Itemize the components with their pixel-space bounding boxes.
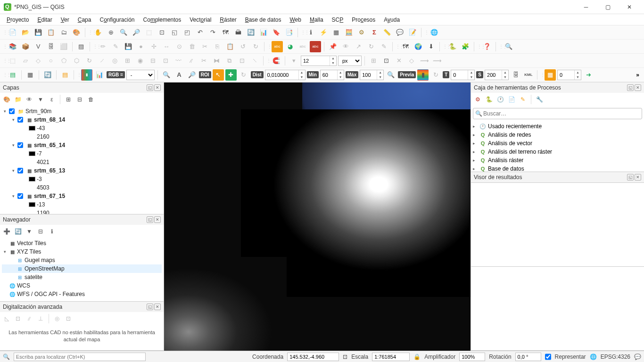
new-map-view-button[interactable]: 🗺	[220, 27, 231, 38]
browser-item[interactable]: 🌐WFS / OGC API - Features	[2, 290, 162, 298]
trace-button[interactable]: ⟿	[419, 55, 430, 66]
s-input[interactable]: ▲▼	[485, 70, 509, 80]
digitize-button[interactable]: ✢	[148, 41, 159, 52]
processing-history-button[interactable]: 🕐	[495, 95, 505, 104]
menu-configuracion[interactable]: Configuración	[96, 15, 138, 25]
zoom-native-button[interactable]: ⬚	[143, 27, 155, 38]
snap-tolerance-input[interactable]: ▲▼	[301, 56, 337, 66]
crs-label[interactable]: EPSG:4326	[601, 354, 630, 360]
min-input[interactable]: ▲▼	[320, 70, 344, 80]
paste-button[interactable]: 📋	[224, 41, 236, 52]
label3-button[interactable]: abc	[310, 41, 321, 52]
save-as-button[interactable]: 📋	[45, 27, 57, 38]
rotate-button[interactable]: ↻	[83, 55, 95, 66]
scp-rgb-button[interactable]: ▮	[81, 69, 92, 81]
new-virtual-button[interactable]: ⬜	[58, 41, 69, 52]
zoom-out-button[interactable]: 🔎	[131, 27, 142, 38]
menu-proyecto[interactable]: Proyecto	[3, 15, 33, 25]
browser-item[interactable]: ⊞satelite	[2, 273, 162, 281]
scp-refresh-button[interactable]: 🔄	[42, 69, 53, 81]
cad5-button[interactable]: ⬠	[58, 55, 69, 66]
osm-place-button[interactable]: 🌍	[413, 41, 424, 52]
processing-item[interactable]: ▸QBase de datos	[473, 165, 642, 172]
processing-search-input[interactable]	[482, 109, 640, 118]
undo-button[interactable]: ↺	[237, 41, 248, 52]
grip-icon[interactable]: ⋮⋮	[540, 72, 543, 77]
self-snap-button[interactable]: ◇	[406, 55, 417, 66]
browser-props-button[interactable]: ℹ	[47, 227, 57, 236]
scp-roi-redo-button[interactable]: ↻	[238, 69, 249, 81]
snap-unit-select[interactable]: px	[338, 56, 362, 66]
close-button[interactable]: ✕	[619, 0, 640, 14]
open-project-button[interactable]: 📂	[20, 27, 31, 38]
layout-manager-button[interactable]: 🗂	[58, 27, 69, 38]
scp-input-button[interactable]: ▦	[25, 69, 36, 81]
panel-close-button[interactable]: ✕	[154, 304, 161, 310]
scale-input[interactable]	[372, 353, 410, 361]
processing-item[interactable]: ▸🕐Usado recientemente	[473, 122, 642, 131]
topo-button[interactable]: ⊞	[368, 55, 379, 66]
panel-undock-button[interactable]: ◱	[627, 84, 634, 91]
diagram-button[interactable]: ◕	[284, 41, 296, 52]
menu-vectorial[interactable]: Vectorial	[186, 15, 215, 25]
scp-last-input[interactable]: ▲▼	[557, 70, 581, 80]
ring-button[interactable]: ◎	[109, 55, 120, 66]
grip-icon[interactable]: ⋮⋮	[266, 58, 269, 63]
grip-icon[interactable]: ⋮⋮	[443, 44, 446, 49]
browser-filter-button[interactable]: ▼	[25, 227, 34, 236]
nominatim-button[interactable]: 🔍	[503, 41, 514, 52]
extent-icon[interactable]: ⊡	[343, 354, 347, 360]
menu-malla[interactable]: Malla	[306, 15, 327, 25]
split-button[interactable]: ✂	[198, 55, 209, 66]
crs-icon[interactable]: 🌐	[590, 354, 597, 360]
scp-a-button[interactable]: A	[173, 69, 185, 81]
zoom-last-button[interactable]: ↶	[194, 27, 206, 38]
qms-button[interactable]: 🌐	[429, 27, 440, 38]
pan-button[interactable]: ✋	[92, 27, 104, 38]
grip-icon[interactable]: ⋮⋮	[424, 30, 427, 35]
cad3-button[interactable]: ◇	[33, 55, 44, 66]
grip-icon[interactable]: ⋮⋮	[396, 44, 398, 49]
locator-input[interactable]	[14, 353, 146, 361]
reshape-button[interactable]: 〰	[173, 55, 184, 66]
panel-close-button[interactable]: ✕	[635, 174, 641, 181]
delete-button[interactable]: 🗑	[186, 41, 198, 52]
layer-add-group-button[interactable]: 📁	[13, 95, 23, 104]
cad-construct-button[interactable]: ⊡	[13, 314, 23, 323]
osm-download-button[interactable]: ⬇	[425, 41, 437, 52]
browser-tree[interactable]: ▦Vector Tiles ▾▦XYZ Tiles ⊞Gugel maps ⊞O…	[0, 238, 164, 301]
save-project-button[interactable]: 💾	[33, 27, 44, 38]
scp-roi-add-button[interactable]: ✚	[225, 69, 237, 81]
scp-edit-button[interactable]: ▦	[545, 69, 556, 81]
cad-snap-button[interactable]: ◎	[52, 314, 62, 323]
maptips-button[interactable]: 💬	[394, 27, 405, 38]
scp-redo-button[interactable]: ↻	[430, 69, 441, 81]
rotate-label-button[interactable]: ↻	[365, 41, 377, 52]
part-button[interactable]: ⊞	[122, 55, 133, 66]
panel-undock-button[interactable]: ◱	[627, 174, 634, 181]
layer-remove-button[interactable]: 🗑	[86, 95, 96, 104]
max-input[interactable]: ▲▼	[360, 70, 384, 80]
split-parts-button[interactable]: ⧓	[211, 55, 222, 66]
change-label-button[interactable]: ✎	[378, 41, 389, 52]
grip-icon[interactable]: ⋮⋮	[77, 72, 80, 77]
maximize-button[interactable]: ▢	[597, 0, 619, 14]
new-geopackage-button[interactable]: 📦	[20, 41, 31, 52]
menu-scp[interactable]: SCP	[328, 15, 347, 25]
grip-icon[interactable]: ⋮⋮	[267, 44, 270, 49]
edits-button[interactable]: ✎	[110, 41, 121, 52]
merge-button[interactable]: ⧉	[223, 55, 235, 66]
layer-visibility-button[interactable]: 👁	[25, 95, 34, 104]
map-canvas[interactable]	[164, 82, 471, 351]
browser-item[interactable]: ▾▦XYZ Tiles	[2, 247, 162, 256]
mag-input[interactable]	[459, 353, 485, 361]
help-button[interactable]: ❓	[481, 41, 493, 52]
new-3d-view-button[interactable]: 🏔	[232, 27, 244, 38]
t-input[interactable]: ▲▼	[451, 70, 475, 80]
copy-button[interactable]: ⎘	[212, 41, 223, 52]
menu-ver[interactable]: Ver	[57, 15, 73, 25]
browser-item[interactable]: 🌐WCS	[2, 281, 162, 290]
cut-button[interactable]: ✂	[199, 41, 210, 52]
cad-parallel-button[interactable]: ⫽	[25, 314, 34, 323]
browser-item-openstreetmap[interactable]: ⊞OpenStreetMap	[2, 264, 162, 273]
